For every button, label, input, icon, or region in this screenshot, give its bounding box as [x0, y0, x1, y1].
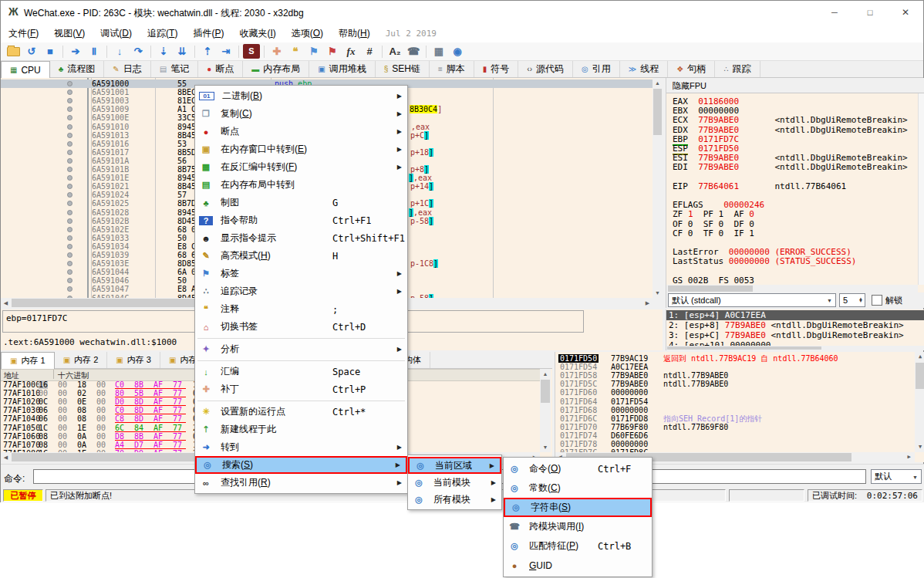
menu-item-在内存布局中转到[interactable]: ▤在内存布局中转到 [195, 176, 407, 194]
register-line[interactable]: EFLAGS 00000246 [673, 201, 764, 210]
dump-byte[interactable]: 77 [173, 432, 182, 441]
register-line[interactable]: EDI 77B9ABE0 <ntdll.DbgUiRemoteBreakin> [673, 163, 908, 172]
scroll-up-arrow[interactable]: ▲ [653, 78, 663, 88]
menu-item-分析[interactable]: ✦分析▶ [195, 340, 407, 358]
patch-icon[interactable]: ✚ [268, 44, 285, 59]
scroll-thumb[interactable] [12, 453, 212, 461]
dump-byte[interactable]: 77 [173, 397, 182, 406]
dump-byte[interactable]: 00 [58, 406, 67, 414]
dump-byte[interactable]: C0 [115, 380, 124, 389]
dump-byte[interactable]: 00 [58, 380, 67, 389]
trace-into-icon[interactable]: ⇣ [155, 44, 172, 59]
run-icon[interactable]: ➔ [67, 44, 84, 59]
intermodular-calls-icon[interactable]: ☎ [405, 44, 422, 59]
dump-byte[interactable]: 1E [77, 424, 86, 432]
scroll-thumb[interactable] [667, 346, 821, 350]
breakpoint-dot[interactable] [67, 141, 73, 147]
dump-byte[interactable]: 8B [134, 380, 143, 389]
bookmarks-icon[interactable]: ⚑ [324, 44, 341, 59]
dump-byte[interactable]: 8D [134, 406, 143, 414]
stack-row[interactable]: 0171FD640171FD54 [555, 397, 924, 406]
tab-内存布局[interactable]: ▬内存布局 [243, 61, 309, 77]
scroll-down-arrow[interactable]: ▼ [915, 442, 924, 452]
open-file-icon[interactable] [5, 44, 22, 59]
dump-byte[interactable]: 00 [58, 424, 67, 432]
dump-byte[interactable]: 00 [58, 414, 67, 423]
dump-byte[interactable]: 08 [39, 432, 48, 441]
stack-row[interactable]: 0171FD6000000000 [555, 388, 924, 397]
dump-byte[interactable]: 06 [39, 414, 48, 423]
dump-byte[interactable]: D7 [134, 441, 143, 449]
run-to-user-code-icon[interactable]: ⇥ [218, 44, 234, 59]
dump-pointer-bytes[interactable]: 805BAF77 [115, 389, 186, 397]
dump-byte[interactable]: 02 [77, 389, 86, 397]
dump-pointer-bytes[interactable]: D88BAF77 [115, 432, 186, 441]
dump-byte[interactable]: 00 [96, 414, 106, 423]
scroll-up-arrow[interactable]: ▲ [915, 352, 924, 362]
dump-byte[interactable]: 0A [77, 432, 86, 441]
breakpoint-dot[interactable] [67, 98, 73, 103]
register-line[interactable]: EBX 00000000 [673, 106, 739, 116]
breakpoint-dot[interactable] [67, 269, 73, 275]
tab-句柄[interactable]: ❖句柄 [668, 61, 715, 77]
title-bar[interactable]: Ж WeChat.exe - PID: 263C - 模块: wechatwin… [1, 1, 923, 24]
dump-byte[interactable]: AF [153, 432, 163, 441]
disasm-vscrollbar[interactable]: ▲ ▼ [653, 78, 663, 298]
stack-row[interactable]: 0171FD5C77B9ABE0ntdll.77B9ABE0 [555, 380, 924, 388]
menu-item-汇编[interactable]: ↓汇编Space [195, 363, 407, 380]
stack-row[interactable]: 0171FD54A0C17EEA [555, 363, 924, 371]
breakpoint-dot[interactable] [67, 218, 73, 224]
dump-pointer-bytes[interactable]: D08DAF77 [115, 397, 186, 406]
minimize-button[interactable]: ─ [817, 1, 852, 24]
dump-byte[interactable]: C0 [115, 406, 124, 414]
dump-byte[interactable]: 0C [39, 397, 48, 406]
restart-icon[interactable]: ↺ [23, 44, 40, 59]
dump-tab-内存 2[interactable]: ▣内存 2 [55, 352, 108, 368]
dump-pointer-bytes[interactable]: C08DAF77 [115, 406, 186, 414]
assemble-az-icon[interactable]: A₂ [386, 44, 403, 59]
tab-流程图[interactable]: ♣流程图 [50, 61, 105, 77]
argument-row[interactable]: 1: [esp+4] A0C17EEA [666, 310, 924, 320]
breakpoint-dot[interactable] [67, 210, 73, 215]
step-into-icon[interactable]: ↓ [111, 44, 128, 59]
menu-item-指令帮助[interactable]: ?指令帮助Ctrl+F1 [195, 211, 407, 229]
menu-item-断点[interactable]: ●断点▶ [195, 123, 407, 140]
dump-byte[interactable]: 08 [39, 441, 48, 449]
calculator-icon[interactable]: ▦ [430, 44, 447, 59]
functions-fx-icon[interactable]: fx [342, 44, 359, 59]
scroll-left-arrow[interactable]: ◀ [1, 452, 11, 462]
breakpoint-dot[interactable] [67, 184, 73, 189]
menu-item-二进制(B)[interactable]: 01二进制(B)▶ [195, 87, 407, 105]
arguments-pane[interactable]: 1: [esp+4] A0C17EEA2: [esp+8] 77B9ABE0 <… [666, 309, 924, 350]
stop-icon[interactable]: ■ [42, 44, 59, 59]
register-line[interactable]: LastStatus 00000000 (STATUS_SUCCESS) [673, 257, 856, 266]
menu-item-制图[interactable]: ♣制图G [195, 194, 407, 211]
scroll-down-arrow[interactable]: ▼ [540, 442, 551, 452]
dump-byte[interactable]: AF [153, 424, 163, 432]
breakpoint-dot[interactable] [67, 261, 73, 266]
dump-vscrollbar[interactable]: ▲ ▼ [540, 369, 551, 452]
step-over-icon[interactable]: ↷ [130, 44, 147, 59]
registers-vscrollbar[interactable] [918, 93, 924, 285]
breakpoint-dot[interactable] [67, 124, 73, 130]
labels-icon[interactable]: ⚑ [305, 44, 322, 59]
register-line[interactable]: LastError 00000000 (ERROR_SUCCESS) [673, 248, 851, 257]
dump-byte[interactable]: 00 [96, 380, 106, 389]
breakpoint-dot[interactable] [67, 244, 73, 249]
dump-byte[interactable]: AF [153, 414, 163, 423]
dump-byte[interactable]: 00 [58, 397, 67, 406]
breakpoint-dot[interactable] [67, 106, 73, 112]
dump-tab-内存 1[interactable]: ▣内存 1 [1, 352, 55, 370]
register-line[interactable]: GS 002B FS 0053 [673, 276, 754, 286]
stack-row[interactable]: 0171FD74D60FE6D6 [555, 431, 924, 440]
menu-item-当前模块[interactable]: ◎当前模块▶ [408, 474, 501, 491]
arguments-hscrollbar[interactable] [666, 346, 924, 350]
dump-byte[interactable]: 00 [96, 441, 106, 449]
breakpoint-dot[interactable] [67, 227, 73, 232]
dump-byte[interactable]: AF [153, 397, 163, 406]
breakpoint-dot[interactable] [67, 81, 73, 86]
scroll-thumb[interactable] [653, 89, 662, 135]
dump-byte[interactable]: D8 [115, 432, 124, 441]
favourites-icon[interactable]: ◉ [449, 44, 466, 59]
menu-item-匹配特征(P)[interactable]: ◎匹配特征(P)Ctrl+B [504, 536, 652, 556]
